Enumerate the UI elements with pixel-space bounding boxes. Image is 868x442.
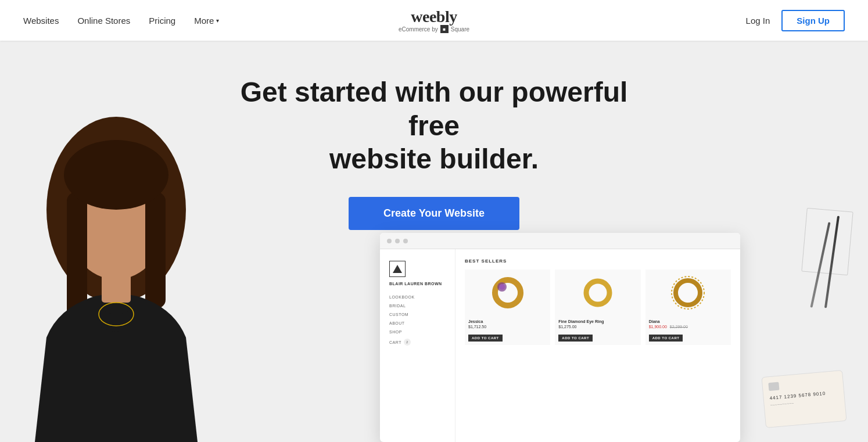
window-dot-2 bbox=[395, 239, 400, 243]
sidebar-menu-lookbook: LOOKBOOK bbox=[389, 295, 446, 299]
credit-card-decoration: 4417 1239 5678 9010 ~~~~~~~~~~ bbox=[761, 370, 847, 428]
nav-logo: weebly eCommerce by ■ Square bbox=[399, 8, 469, 33]
svg-rect-5 bbox=[102, 274, 131, 303]
svg-point-4 bbox=[64, 140, 168, 210]
svg-point-9 bbox=[499, 284, 505, 290]
sidebar-menu-shop: SHOP bbox=[389, 330, 446, 334]
login-button[interactable]: Log In bbox=[746, 16, 770, 26]
original-price: $2,299.00 bbox=[670, 325, 688, 329]
svg-point-11 bbox=[676, 281, 700, 305]
decorative-items: 4417 1239 5678 9010 ~~~~~~~~~~ bbox=[734, 210, 851, 430]
sale-price: $1,900.00 bbox=[649, 325, 667, 329]
window-dot-3 bbox=[403, 239, 408, 243]
product-info-1: Jessica $1,712.50 ADD TO CART bbox=[465, 316, 550, 345]
product-info-2: Fine Diamond Eye Ring $1,275.00 ADD TO C… bbox=[555, 316, 640, 345]
products-grid: Jessica $1,712.50 ADD TO CART bbox=[465, 269, 731, 345]
cart-badge: 2 bbox=[404, 339, 411, 346]
signup-button[interactable]: Sign Up bbox=[781, 10, 845, 31]
sidebar-menu-about: ABOUT bbox=[389, 321, 446, 325]
product-image-1 bbox=[465, 269, 550, 316]
product-image-2 bbox=[555, 269, 640, 316]
person-image bbox=[0, 105, 256, 442]
product-card-1: Jessica $1,712.50 ADD TO CART bbox=[465, 269, 550, 345]
product-card-2: Fine Diamond Eye Ring $1,275.00 ADD TO C… bbox=[555, 269, 640, 345]
nav-left: Websites Online Stores Pricing More ▾ bbox=[23, 16, 219, 26]
product-name-1: Jessica bbox=[468, 319, 547, 324]
mockup-body: BLAIR LAUREN BROWN LOOKBOOK BRIDAL CUSTO… bbox=[380, 249, 740, 442]
nav-right: Log In Sign Up bbox=[746, 10, 845, 31]
nav-more-label: More bbox=[194, 16, 214, 26]
product-name-2: Fine Diamond Eye Ring bbox=[558, 319, 637, 324]
create-website-button[interactable]: Create Your Website bbox=[349, 197, 519, 230]
add-to-cart-button-2[interactable]: ADD TO CART bbox=[558, 335, 593, 342]
product-name-3: Diana bbox=[649, 319, 727, 324]
logo-subtext: eCommerce by ■ Square bbox=[399, 25, 469, 33]
hero-title: Get started with our powerful free websi… bbox=[231, 76, 637, 176]
product-price-2: $1,275.00 bbox=[558, 325, 637, 329]
mockup-window: BLAIR LAUREN BROWN LOOKBOOK BRIDAL CUSTO… bbox=[380, 233, 740, 442]
mockup-main-content: BEST SELLERS bbox=[455, 249, 740, 442]
sidebar-menu-cart: CART 2 bbox=[389, 339, 446, 346]
triangle-icon bbox=[393, 265, 402, 273]
notebook-decoration bbox=[801, 208, 853, 276]
nav-more-button[interactable]: More ▾ bbox=[194, 16, 219, 26]
svg-rect-3 bbox=[145, 192, 166, 308]
window-dot-1 bbox=[387, 239, 392, 243]
square-icon: ■ bbox=[440, 25, 449, 33]
sidebar-brand-name: BLAIR LAUREN BROWN bbox=[389, 282, 446, 286]
best-sellers-label: BEST SELLERS bbox=[465, 258, 731, 264]
hero-section: Get started with our powerful free websi… bbox=[0, 41, 868, 442]
navbar: Websites Online Stores Pricing More ▾ we… bbox=[0, 0, 868, 41]
nav-websites[interactable]: Websites bbox=[23, 16, 59, 26]
website-mockup: BLAIR LAUREN BROWN LOOKBOOK BRIDAL CUSTO… bbox=[380, 233, 740, 442]
nav-online-stores[interactable]: Online Stores bbox=[77, 16, 130, 26]
sidebar-menu-custom: CUSTOM bbox=[389, 312, 446, 317]
svg-point-10 bbox=[586, 281, 609, 304]
add-to-cart-button-1[interactable]: ADD TO CART bbox=[468, 335, 503, 342]
mockup-sidebar: BLAIR LAUREN BROWN LOOKBOOK BRIDAL CUSTO… bbox=[380, 249, 455, 442]
product-card-3: Diana $1,900.00 $2,299.00 ADD TO CART bbox=[645, 269, 731, 345]
product-info-3: Diana $1,900.00 $2,299.00 ADD TO CART bbox=[645, 316, 731, 345]
logo-text: weebly bbox=[399, 8, 469, 26]
sidebar-logo-icon bbox=[389, 261, 406, 277]
card-chip-icon bbox=[768, 382, 779, 391]
product-price-1: $1,712.50 bbox=[468, 325, 547, 329]
chevron-down-icon: ▾ bbox=[216, 17, 219, 24]
mockup-titlebar bbox=[380, 233, 740, 249]
product-price-3: $1,900.00 $2,299.00 bbox=[649, 325, 727, 329]
add-to-cart-button-3[interactable]: ADD TO CART bbox=[649, 335, 683, 342]
nav-pricing[interactable]: Pricing bbox=[149, 16, 175, 26]
sidebar-menu-bridal: BRIDAL bbox=[389, 304, 446, 308]
product-image-3 bbox=[645, 269, 731, 316]
